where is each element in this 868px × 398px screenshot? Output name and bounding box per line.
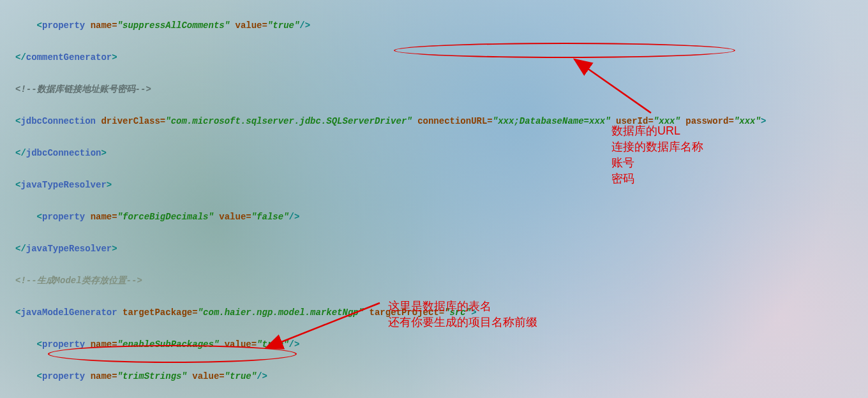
code-line: <!--数据库链接地址账号密码--> xyxy=(15,82,868,98)
code-line: <property name="suppressAllComments" val… xyxy=(15,18,868,34)
annotation-text-bottom: 这里是数据库的表名 还有你要生成的项目名称前缀 xyxy=(388,298,537,330)
code-line: <javaTypeResolver> xyxy=(15,177,868,193)
code-block: <property name="suppressAllComments" val… xyxy=(0,0,868,398)
code-line: <jdbcConnection driverClass="com.microso… xyxy=(15,114,868,129)
code-line: <property name="trimStrings" value="true… xyxy=(15,369,868,385)
code-line: </javaTypeResolver> xyxy=(15,241,868,257)
code-line: <property name="enableSubPackages" value… xyxy=(15,337,868,353)
code-line: <!--生成Model类存放位置--> xyxy=(15,273,868,289)
code-line: </jdbcConnection> xyxy=(15,145,868,161)
code-line: </commentGenerator> xyxy=(15,50,868,66)
annotation-text-top: 数据库的URL 连接的数据库名称 账号 密码 xyxy=(611,123,703,187)
code-line: <property name="forceBigDecimals" value=… xyxy=(15,209,868,225)
